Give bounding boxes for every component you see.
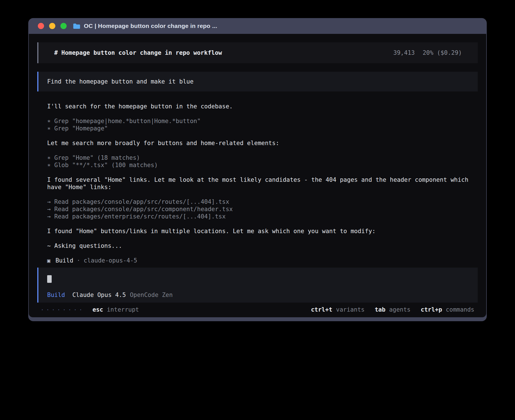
assistant-message: Let me search more broadly for buttons a… bbox=[47, 139, 475, 147]
terminal-content: # Homepage button color change in repo w… bbox=[29, 34, 486, 317]
agent-name: Build bbox=[55, 257, 73, 264]
agent-icon: ▣ bbox=[47, 257, 50, 264]
shortcut-key: ctrl+p bbox=[421, 306, 442, 313]
shortcut-commands: ctrl+p commands bbox=[421, 306, 474, 313]
tool-call-line: → Read packages/enterprise/src/routes/[.… bbox=[47, 213, 475, 220]
shortcut-label: commands bbox=[446, 306, 474, 313]
zoom-button[interactable] bbox=[60, 23, 67, 29]
tool-call-group: → Read packages/console/app/src/routes/[… bbox=[47, 198, 475, 220]
session-stats: 39,413 20% ($0.29) bbox=[393, 49, 462, 56]
traffic-lights bbox=[38, 23, 67, 29]
input-provider-label: OpenCode Zen bbox=[130, 291, 173, 299]
tool-call-line: ∗ Grep "Homepage" bbox=[47, 125, 475, 132]
input-meta: Build Claude Opus 4.5 OpenCode Zen bbox=[47, 291, 469, 299]
assistant-message: I'll search for the homepage button in t… bbox=[47, 103, 475, 110]
tool-call-line: ∗ Glob "**/*.tsx" (100 matches) bbox=[47, 161, 475, 169]
shortcut-key: esc bbox=[93, 306, 103, 313]
minimize-button[interactable] bbox=[49, 23, 55, 29]
shortcut-key: ctrl+t bbox=[311, 306, 332, 313]
tool-call-line: → Read packages/console/app/src/componen… bbox=[47, 205, 475, 213]
close-button[interactable] bbox=[38, 23, 44, 29]
tool-call-line: → Read packages/console/app/src/routes/[… bbox=[47, 198, 475, 205]
working-status: ~ Asking questions... bbox=[47, 242, 475, 250]
activity-dots: ········ bbox=[41, 306, 85, 313]
user-message-text: Find the homepage button and make it blu… bbox=[47, 78, 193, 85]
statusbar-left: ········ esc interrupt bbox=[41, 306, 139, 313]
assistant-message: I found "Home" buttons/links in multiple… bbox=[47, 228, 475, 235]
text-cursor bbox=[47, 275, 52, 283]
agent-separator: · bbox=[77, 257, 80, 264]
session-header: # Homepage button color change in repo w… bbox=[37, 42, 478, 63]
window-titlebar[interactable]: OC | Homepage button color change in rep… bbox=[29, 18, 486, 34]
agent-model: claude-opus-4-5 bbox=[84, 257, 137, 264]
shortcut-label: variants bbox=[336, 306, 365, 313]
token-count: 39,413 bbox=[393, 49, 415, 56]
input-agent-label[interactable]: Build bbox=[47, 291, 65, 299]
context-usage: 20% ($0.29) bbox=[423, 49, 462, 56]
terminal-window: OC | Homepage button color change in rep… bbox=[28, 18, 487, 321]
shortcut-label: interrupt bbox=[107, 306, 139, 313]
tool-call-line: ∗ Grep "Home" (18 matches) bbox=[47, 154, 475, 161]
shortcut-label: agents bbox=[389, 306, 411, 313]
window-title: OC | Homepage button color change in rep… bbox=[84, 23, 217, 29]
shortcut-interrupt: esc interrupt bbox=[93, 306, 139, 313]
agent-indicator: ▣ Build · claude-opus-4-5 bbox=[47, 257, 475, 264]
tool-call-group: ∗ Grep "homepage|home.*button|Home.*butt… bbox=[47, 117, 475, 132]
shortcut-variants: ctrl+t variants bbox=[311, 306, 365, 313]
statusbar-right: ctrl+t variants tab agents ctrl+p comman… bbox=[301, 306, 474, 313]
prompt-input[interactable]: Build Claude Opus 4.5 OpenCode Zen bbox=[37, 268, 478, 303]
user-message: Find the homepage button and make it blu… bbox=[37, 72, 478, 91]
shortcut-key: tab bbox=[375, 306, 385, 313]
input-model-label[interactable]: Claude Opus 4.5 bbox=[72, 291, 126, 299]
status-bar: ········ esc interrupt ctrl+t variants t… bbox=[37, 306, 478, 313]
folder-icon bbox=[73, 23, 80, 29]
window-title-group: OC | Homepage button color change in rep… bbox=[73, 23, 217, 29]
session-title: # Homepage button color change in repo w… bbox=[54, 49, 222, 56]
tool-call-group: ∗ Grep "Home" (18 matches) ∗ Glob "**/*.… bbox=[47, 154, 475, 169]
conversation: I'll search for the homepage button in t… bbox=[37, 103, 478, 264]
assistant-message: I found several "Home" links. Let me loo… bbox=[47, 176, 475, 191]
shortcut-agents: tab agents bbox=[375, 306, 411, 313]
tool-call-line: ∗ Grep "homepage|home.*button|Home.*butt… bbox=[47, 117, 475, 125]
